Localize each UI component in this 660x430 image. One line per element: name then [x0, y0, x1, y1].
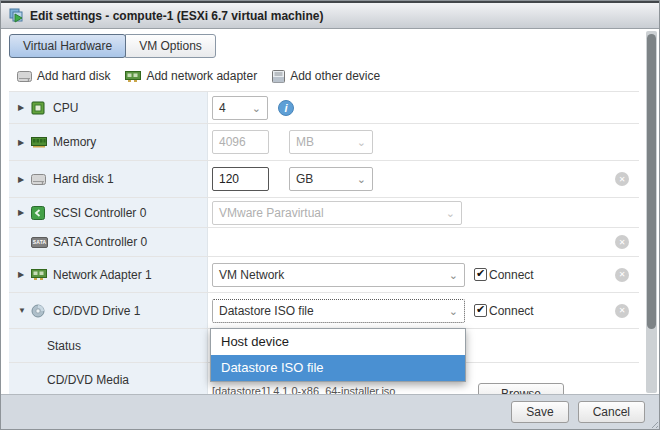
dialog-footer: Save Cancel — [1, 394, 659, 429]
row-cpu: ▶ CPU 4 ⌄ i — [9, 92, 639, 124]
add-device-toolbar: Add hard disk Add network adapter — [17, 65, 380, 87]
network-connect-group: ✔ Connect — [474, 268, 534, 282]
hard-disk-icon — [31, 174, 49, 185]
remove-sata-controller-icon[interactable]: ✕ — [615, 235, 629, 249]
cd-dvd-connect-group: ✔ Connect — [474, 304, 534, 318]
info-icon[interactable]: i — [278, 100, 294, 116]
add-hard-disk-button[interactable]: Add hard disk — [17, 69, 110, 83]
cancel-button[interactable]: Cancel — [578, 401, 645, 423]
sata-controller-icon: SATA — [31, 237, 49, 248]
expand-arrow-icon[interactable]: ▶ — [18, 270, 28, 279]
tab-bar: Virtual Hardware VM Options — [9, 34, 216, 58]
expand-arrow-icon[interactable]: ▶ — [18, 103, 28, 112]
row-hard-disk-1: ▶ Hard disk 1 120 GB ⌄ ✕ — [9, 161, 639, 198]
scsi-controller-icon — [31, 206, 49, 220]
expand-arrow-icon[interactable]: ▶ — [18, 175, 28, 184]
add-other-device-label: Add other device — [290, 69, 380, 83]
chevron-down-icon: ⌄ — [357, 174, 366, 184]
dropdown-option-datastore-iso[interactable]: Datastore ISO file — [211, 355, 465, 381]
network-adapter-icon — [31, 269, 49, 280]
remove-network-adapter-icon[interactable]: ✕ — [615, 268, 629, 282]
add-network-adapter-button[interactable]: Add network adapter — [125, 69, 257, 83]
cd-dvd-source-dropdown: Host device Datastore ISO file — [210, 328, 466, 382]
cd-dvd-connect-checkbox[interactable]: ✔ — [474, 304, 487, 317]
expand-arrow-icon[interactable]: ▶ — [18, 208, 28, 217]
row-memory: ▶ Memory 4096 — [9, 124, 639, 161]
edit-settings-dialog: Edit settings - compute-1 (ESXi 6.7 virt… — [0, 0, 660, 430]
row-scsi-controller-0: ▶ SCSI Controller 0 VMware Paravirtual ⌄ — [9, 198, 639, 228]
chevron-down-icon: ⌄ — [446, 208, 455, 218]
checkmark-icon: ✔ — [476, 269, 485, 278]
row-cd-dvd-drive-1: ▼ CD/DVD Drive 1 Datastore ISO file ⌄ — [9, 293, 639, 329]
chevron-down-icon: ⌄ — [449, 306, 458, 316]
save-button[interactable]: Save — [511, 401, 568, 423]
dialog-title: Edit settings - compute-1 (ESXi 6.7 virt… — [30, 9, 323, 23]
expand-arrow-icon[interactable]: ▶ — [18, 138, 28, 147]
tab-vm-options[interactable]: VM Options — [125, 34, 216, 58]
memory-unit-select[interactable]: MB ⌄ — [289, 130, 373, 154]
row-sata-controller-0: SATA SATA Controller 0 ✕ — [9, 228, 639, 257]
row-cd-dvd-label[interactable]: ▼ CD/DVD Drive 1 — [9, 293, 208, 328]
cd-dvd-icon — [31, 304, 49, 318]
memory-icon — [31, 136, 49, 148]
vertical-scrollbar[interactable] — [646, 31, 657, 393]
cd-dvd-source-select[interactable]: Datastore ISO file ⌄ — [212, 299, 465, 323]
tab-virtual-hardware[interactable]: Virtual Hardware — [9, 34, 126, 58]
network-connect-checkbox[interactable]: ✔ — [474, 268, 487, 281]
dialog-titlebar: Edit settings - compute-1 (ESXi 6.7 virt… — [1, 1, 659, 29]
chevron-down-icon: ⌄ — [252, 103, 261, 113]
row-hard-disk-label[interactable]: ▶ Hard disk 1 — [9, 161, 208, 197]
chevron-down-icon: ⌄ — [449, 270, 458, 280]
add-network-adapter-label: Add network adapter — [146, 69, 257, 83]
other-device-icon — [272, 70, 285, 83]
row-network-adapter-1: ▶ Network Adapter 1 VM Network ⌄ — [9, 257, 639, 293]
chevron-down-icon: ⌄ — [357, 137, 366, 147]
cpu-icon — [31, 101, 49, 115]
checkmark-icon: ✔ — [476, 305, 485, 314]
hard-disk-unit-select[interactable]: GB ⌄ — [289, 167, 373, 191]
network-adapter-icon — [125, 71, 141, 82]
row-cpu-label[interactable]: ▶ CPU — [9, 92, 208, 123]
row-scsi-label[interactable]: ▶ SCSI Controller 0 — [9, 198, 208, 227]
hard-disk-size-input[interactable]: 120 — [212, 167, 269, 191]
scrollbar-thumb[interactable] — [647, 34, 656, 329]
row-sata-label[interactable]: SATA SATA Controller 0 — [9, 228, 208, 256]
edit-settings-icon — [9, 8, 24, 23]
remove-cd-dvd-icon[interactable]: ✕ — [615, 304, 629, 318]
dropdown-option-host-device[interactable]: Host device — [211, 329, 465, 355]
add-other-device-button[interactable]: Add other device — [272, 69, 380, 83]
memory-size-input[interactable]: 4096 — [212, 130, 269, 154]
network-select[interactable]: VM Network ⌄ — [212, 263, 465, 287]
remove-hard-disk-icon[interactable]: ✕ — [615, 172, 629, 186]
scsi-type-select[interactable]: VMware Paravirtual ⌄ — [212, 201, 462, 225]
hard-disk-icon — [17, 71, 32, 82]
add-hard-disk-label: Add hard disk — [37, 69, 110, 83]
cpu-count-select[interactable]: 4 ⌄ — [212, 96, 268, 120]
collapse-arrow-icon[interactable]: ▼ — [18, 306, 28, 315]
row-memory-label[interactable]: ▶ Memory — [9, 124, 208, 160]
row-network-label[interactable]: ▶ Network Adapter 1 — [9, 257, 208, 292]
